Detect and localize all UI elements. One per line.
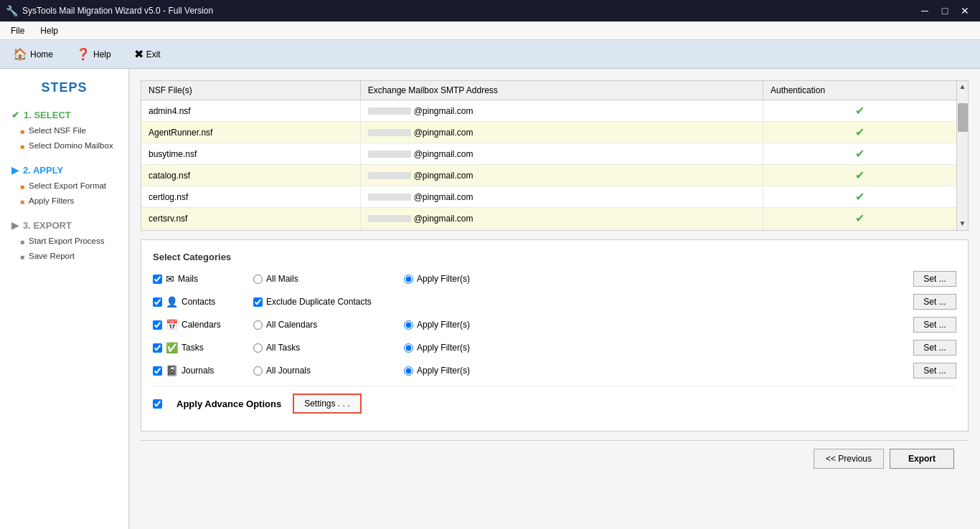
set-button-journals[interactable]: Set ... [913, 363, 956, 378]
cat-col3-input-3[interactable] [404, 343, 413, 353]
cat-checkbox-calendars[interactable] [153, 320, 162, 330]
bullet-export: ■ [20, 237, 24, 247]
home-icon: 🏠 [13, 47, 27, 61]
col-header-nsf: NSF File(s) [141, 81, 360, 100]
cell-smtp: @pingmail.com [360, 229, 763, 232]
cell-auth: ✔ [763, 186, 957, 208]
toolbar-home-button[interactable]: 🏠 Home [7, 44, 59, 64]
help-icon: ❓ [76, 47, 90, 61]
advance-options-checkbox[interactable] [153, 399, 162, 409]
cell-smtp: @pingmail.com [360, 165, 763, 186]
minimize-button[interactable]: ─ [915, 3, 934, 19]
nsf-table-container: NSF File(s) Exchange Mailbox SMTP Addres… [141, 80, 969, 231]
help-label: Help [93, 49, 111, 59]
cat-icon-mails: ✉ [166, 273, 174, 285]
title-bar-text: SysTools Mail Migration Wizard v5.0 - Fu… [22, 6, 213, 16]
table-row[interactable]: cppfbws.nsf@pingmail.com✔ [141, 229, 968, 232]
cat-col2-input-3[interactable] [253, 343, 263, 353]
menu-help[interactable]: Help [32, 23, 66, 39]
set-button-mails[interactable]: Set ... [913, 271, 956, 287]
settings-button[interactable]: Settings . . . [293, 394, 361, 414]
set-button-tasks[interactable]: Set ... [913, 340, 956, 356]
sidebar-item-export-format[interactable]: ■ Select Export Format [0, 178, 128, 194]
scroll-down-arrow[interactable]: ▼ [958, 218, 968, 229]
toolbar-help-button[interactable]: ❓ Help [70, 44, 117, 64]
table-row[interactable]: certsrv.nsf@pingmail.com✔ [141, 208, 968, 229]
sidebar-item-select-domino[interactable]: ■ Select Domino Mailbox [0, 138, 128, 153]
cell-nsf: catalog.nsf [141, 165, 360, 186]
export-button[interactable]: Export [890, 449, 954, 469]
cat-col2-input-1[interactable] [253, 297, 263, 307]
cell-nsf: admin4.nsf [141, 100, 360, 122]
close-button[interactable]: ✕ [956, 3, 974, 19]
step1-check: ✔ [11, 110, 19, 120]
step3-sub2-label: Save Report [29, 251, 75, 262]
cat-checkbox-journals[interactable] [153, 366, 162, 376]
scroll-thumb[interactable] [958, 103, 968, 132]
cat-checkbox-contacts[interactable] [153, 297, 162, 307]
cat-col2-label-3: All Tasks [266, 343, 300, 353]
advance-options-label: Apply Advance Options [176, 399, 281, 409]
step1-group: ✔ 1. SELECT ■ Select NSF File ■ Select D… [0, 107, 128, 153]
menu-file[interactable]: File [3, 23, 32, 39]
toolbar: 🏠 Home ❓ Help ✖ Exit [0, 40, 980, 69]
cell-auth: ✔ [763, 229, 957, 232]
exit-label: Exit [146, 49, 161, 59]
window-controls: ─ □ ✕ [915, 3, 974, 19]
category-row: ✉MailsAll MailsApply Filter(s)Set ... [153, 271, 956, 287]
advance-options-row: Apply Advance Options Settings . . . [153, 386, 956, 419]
cat-col2-input-2[interactable] [253, 320, 263, 330]
scroll-up-arrow[interactable]: ▲ [958, 81, 968, 92]
table-header-row: NSF File(s) Exchange Mailbox SMTP Addres… [141, 81, 968, 100]
cat-checkbox-tasks[interactable] [153, 343, 162, 353]
cat-icon-contacts: 👤 [166, 296, 178, 308]
cat-label-contacts: Contacts [182, 297, 215, 307]
cat-col2-input-4[interactable] [253, 366, 263, 376]
step2-sub1-label: Select Export Format [29, 181, 106, 191]
table-scrollbar[interactable]: ▲ ▼ [956, 81, 968, 230]
toolbar-exit-button[interactable]: ✖ Exit [128, 44, 166, 64]
set-button-contacts[interactable]: Set ... [913, 294, 956, 310]
cat-col3-input-4[interactable] [404, 366, 413, 376]
sidebar-item-save-report[interactable]: ■ Save Report [0, 249, 128, 264]
cell-auth: ✔ [763, 100, 957, 122]
step1-sub2-label: Select Domino Mailbox [29, 140, 113, 151]
cell-smtp: @pingmail.com [360, 208, 763, 229]
table-row[interactable]: admin4.nsf@pingmail.com✔ [141, 100, 968, 122]
step3-arrow: ▶ [11, 220, 19, 231]
cell-auth: ✔ [763, 122, 957, 143]
category-row: 📅CalendarsAll CalendarsApply Filter(s)Se… [153, 317, 956, 333]
cell-nsf: cppfbws.nsf [141, 229, 360, 232]
bullet-nsf: ■ [20, 127, 24, 136]
col-header-smtp: Exchange Mailbox SMTP Address [360, 81, 763, 100]
set-button-calendars[interactable]: Set ... [913, 317, 956, 333]
bullet-domino: ■ [20, 142, 24, 151]
step1-sub1-label: Select NSF File [29, 125, 86, 136]
sidebar-item-select-nsf[interactable]: ■ Select NSF File [0, 123, 128, 138]
sidebar-item-start-export[interactable]: ■ Start Export Process [0, 234, 128, 249]
category-row: ✅TasksAll TasksApply Filter(s)Set ... [153, 340, 956, 356]
steps-title: STEPS [0, 80, 128, 95]
cat-col3-input-2[interactable] [404, 320, 413, 330]
sidebar-item-apply-filters[interactable]: ■ Apply Filters [0, 194, 128, 209]
cat-col2-input-0[interactable] [253, 275, 263, 284]
step3-header: ▶ 3. EXPORT [0, 217, 128, 234]
cat-label-calendars: Calendars [182, 320, 221, 330]
maximize-button[interactable]: □ [936, 3, 954, 19]
table-row[interactable]: AgentRunner.nsf@pingmail.com✔ [141, 122, 968, 143]
step3-label: 3. EXPORT [23, 220, 72, 231]
cat-checkbox-mails[interactable] [153, 275, 162, 284]
step2-arrow: ▶ [11, 165, 19, 176]
table-row[interactable]: busytime.nsf@pingmail.com✔ [141, 143, 968, 165]
table-row[interactable]: catalog.nsf@pingmail.com✔ [141, 165, 968, 186]
categories-title: Select Categories [153, 252, 956, 262]
step2-header: ▶ 2. APPLY [0, 162, 128, 178]
previous-button[interactable]: << Previous [814, 449, 884, 469]
cell-smtp: @pingmail.com [360, 100, 763, 122]
cat-col3-label-0: Apply Filter(s) [417, 274, 470, 284]
table-row[interactable]: certlog.nsf@pingmail.com✔ [141, 186, 968, 208]
sidebar: STEPS ✔ 1. SELECT ■ Select NSF File ■ Se… [0, 69, 129, 529]
title-bar-left: 🔧 SysTools Mail Migration Wizard v5.0 - … [6, 5, 213, 16]
cat-icon-tasks: ✅ [166, 342, 178, 353]
cat-col3-input-0[interactable] [404, 275, 413, 284]
